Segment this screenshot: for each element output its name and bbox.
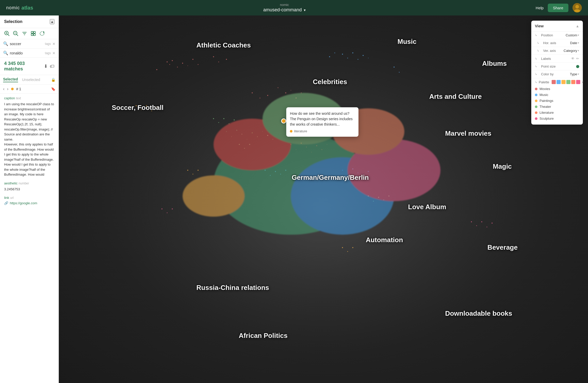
svg-point-42 — [363, 55, 364, 56]
svg-point-47 — [399, 72, 400, 73]
palette-swatches[interactable] — [552, 80, 580, 84]
ver-axis-dropdown[interactable]: Category ▾ — [564, 49, 579, 53]
avatar[interactable] — [573, 3, 582, 12]
search-icon-2: 🔍 — [3, 51, 8, 55]
legend-dot-movies — [535, 88, 537, 90]
logo-atlas-text: atlas — [21, 5, 33, 11]
filter-ronaldo-remove[interactable]: ✕ — [52, 51, 55, 55]
svg-point-66 — [136, 105, 137, 106]
legend-dot-music — [535, 94, 537, 96]
palette-swatch-1 — [552, 80, 556, 84]
tab-selected[interactable]: Selected — [3, 77, 18, 82]
svg-point-27 — [213, 56, 214, 57]
svg-point-19 — [169, 64, 170, 65]
labels-label: Labels — [541, 57, 569, 61]
prev-item-button[interactable]: ‹ — [3, 87, 4, 91]
share-button[interactable]: Share — [548, 4, 568, 12]
svg-point-53 — [213, 118, 214, 119]
filter-soccer-text: soccer — [10, 42, 43, 46]
bookmark-icon: 🔖 — [51, 87, 55, 91]
svg-point-41 — [358, 59, 358, 60]
matches-count: 4 345 003 matches — [4, 61, 44, 72]
color-by-dropdown[interactable]: Type ▾ — [570, 72, 579, 76]
svg-point-70 — [156, 107, 157, 108]
legend-dot-literature — [535, 111, 537, 114]
link-value[interactable]: https://google.com — [10, 201, 37, 205]
svg-point-54 — [218, 122, 219, 123]
lasso-button[interactable] — [39, 31, 45, 36]
ver-axis-chevron-icon: ▾ — [578, 49, 579, 52]
svg-line-4 — [8, 34, 9, 36]
tag-button[interactable]: 🏷 — [50, 63, 54, 69]
svg-point-46 — [394, 67, 395, 68]
color-by-label: Color by — [541, 72, 568, 76]
selection-tabs: Selected Unselected 🔒 — [0, 75, 59, 85]
color-by-value: Type — [570, 72, 577, 76]
tooltip-tag-label: literature — [294, 129, 307, 133]
filter-button[interactable] — [22, 31, 27, 36]
caption-field: caption text I am using the rescaleOP cl… — [0, 94, 59, 179]
selection-header: Selection ▲ — [0, 15, 59, 28]
edit-icon[interactable]: ✏ — [576, 56, 579, 61]
map-area[interactable]: Athletic Coaches Music Albums Celebritie… — [59, 15, 588, 383]
ver-axis-value: Category — [564, 49, 577, 53]
palette-swatch-5 — [571, 80, 575, 84]
ver-axis-label: Ver. axis — [543, 49, 561, 53]
panel-close-button[interactable]: ▲ — [576, 24, 579, 28]
section-collapse-button[interactable]: ▲ — [50, 19, 54, 24]
eye-icon[interactable]: 👁 — [571, 56, 575, 61]
logo-nomic-text: nomic — [6, 5, 20, 11]
aesthetic-field: aesthetic number 3.2456753 — [0, 179, 59, 194]
zoom-in-button[interactable] — [4, 31, 10, 36]
palette-swatch-2 — [557, 80, 561, 84]
svg-point-67 — [141, 109, 142, 110]
svg-point-30 — [252, 92, 253, 93]
legend-label-paintings: Paintings — [540, 99, 553, 103]
item-number: # 1 — [16, 87, 48, 91]
tooltip-dot — [290, 130, 292, 133]
tooltip: How do we see the world around us? The P… — [286, 107, 358, 137]
svg-point-44 — [329, 56, 330, 57]
filter-soccer-remove[interactable]: ✕ — [52, 42, 55, 46]
svg-point-26 — [156, 69, 157, 70]
filter-ronaldo-text: ronaldo — [10, 51, 43, 55]
position-indent-icon: ↳ — [535, 34, 539, 37]
item-dot — [11, 88, 14, 90]
svg-point-43 — [368, 58, 369, 58]
tab-unselected[interactable]: Unselected — [22, 78, 40, 82]
zoom-out-button[interactable] — [13, 31, 19, 36]
legend-literature: Literature — [531, 110, 583, 116]
svg-point-20 — [172, 60, 173, 61]
filter-ronaldo-row: 🔍 ronaldo tags ✕ — [0, 48, 59, 58]
help-button[interactable]: Help — [536, 6, 544, 10]
tooltip-tag: literature — [290, 129, 355, 133]
svg-point-45 — [334, 53, 335, 53]
svg-point-28 — [218, 62, 219, 62]
chevron-down-icon: ▾ — [304, 8, 306, 12]
svg-point-68 — [146, 105, 147, 106]
next-item-button[interactable]: › — [7, 87, 8, 91]
hor-axis-dropdown[interactable]: Date ▾ — [570, 41, 579, 45]
position-dropdown[interactable]: Custom ▾ — [566, 33, 579, 37]
link-type: url — [10, 196, 14, 200]
select-tool-button[interactable] — [30, 31, 36, 36]
legend-label-literature: Literature — [540, 111, 554, 115]
search-icon: 🔍 — [3, 41, 8, 46]
palette-swatch-6 — [576, 80, 580, 84]
svg-point-55 — [223, 118, 224, 119]
svg-point-72 — [193, 174, 193, 175]
filter-soccer-row: 🔍 soccer tags ✕ — [0, 39, 59, 48]
aesthetic-type: number — [19, 182, 29, 185]
legend-label-sculpture: Sculpture — [540, 117, 554, 120]
caption-type: text — [16, 96, 21, 100]
svg-point-23 — [187, 66, 188, 66]
position-row: ↳ Position Custom ▾ — [531, 31, 583, 39]
matches-actions: ⬇ 🏷 — [44, 63, 54, 69]
labels-indent-icon: ↳ — [535, 57, 539, 60]
download-button[interactable]: ⬇ — [44, 63, 48, 69]
labels-icons: 👁 ✏ — [571, 56, 579, 61]
project-selector[interactable]: amused-command ▾ — [263, 7, 306, 13]
color-by-chevron-icon: ▾ — [578, 72, 579, 76]
svg-point-77 — [471, 221, 472, 222]
svg-point-83 — [167, 213, 168, 213]
